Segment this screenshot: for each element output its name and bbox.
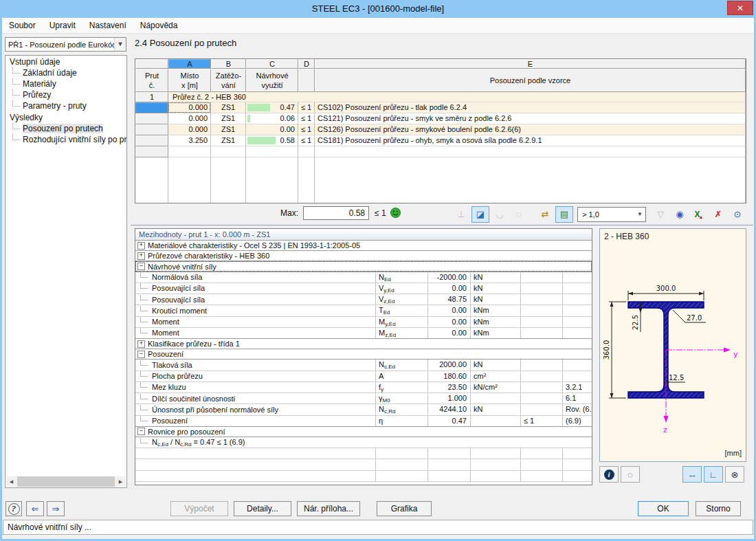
details-button[interactable]: Detaily... [234,501,291,516]
detail-group-klasifikace-prurezu-trida-1[interactable]: +Klasifikace průřezu - třída 1 [135,338,592,349]
relation-scales-icon[interactable]: ⇄ [536,206,554,223]
expand-icon[interactable]: + [137,242,145,250]
zoom-reset-button[interactable]: ⊗ [725,466,744,483]
ratio-value: 0.58 [280,136,295,144]
column-letter-d[interactable]: D [298,59,315,69]
next-module-button[interactable]: ⇒ [47,501,65,516]
cell-location[interactable]: 0.000 [168,124,211,135]
header-loading[interactable]: Zatěžo-vání [211,69,246,92]
help-button[interactable]: ? [5,501,22,516]
collapse-icon[interactable]: − [137,351,145,358]
result-row[interactable]: 3.250ZS10.58≤ 1CS181) Posouzení průřezu … [135,135,746,146]
status-bar: Návrhové vnitřní síly ... [3,520,753,535]
row-selector[interactable] [135,113,168,124]
graphic-button[interactable]: Grafika [377,501,432,516]
header-location[interactable]: Místox [m] [168,69,211,92]
cell-formula[interactable]: CS121) Posouzení průřezu - smyk ve směru… [315,113,746,124]
menu-soubor[interactable]: Soubor [2,19,43,33]
sidebar-item-materialy[interactable]: Materiály [12,78,126,89]
sidebar-item-prurezy[interactable]: Průřezy [12,89,126,100]
scroll-left-icon[interactable]: ◀ [6,476,16,487]
cell-design-ratio[interactable]: 0.06 [246,113,298,124]
excel-export-icon[interactable]: X▲ [690,206,708,223]
navigator-h-scrollbar[interactable]: ◀ ▶ [6,476,126,487]
cell-design-ratio[interactable]: 0.58 [246,135,298,146]
result-row[interactable]: 0.000ZS10.47≤ 1CS102) Posouzení průřezu … [135,102,746,113]
corner-header-cell[interactable] [135,59,168,69]
design-case-dropdown[interactable]: PŘ1 - Posouzení podle Eurokódu ▼ [5,37,126,52]
header-formula[interactable]: Posouzení podle vzorce [315,69,746,92]
deselect-icon[interactable]: ✗ [709,206,727,223]
sidebar-item-rozhodujici-vnitrni-sily-po-prute[interactable]: Rozhodující vnitřní síly po prute [12,134,126,145]
chevron-down-icon[interactable]: ▼ [114,38,126,51]
previous-module-button[interactable]: ⇐ [26,501,44,516]
visibility-icon[interactable]: ⊙ [729,206,746,223]
dimensions-toggle-button[interactable]: ↔ [682,466,702,483]
header-member[interactable]: Prutč. [135,69,168,92]
cell-formula[interactable]: CS126) Posouzení průřezu - smykové boule… [315,124,746,135]
cell-loading[interactable]: ZS1 [211,135,246,146]
collapse-icon[interactable]: − [137,428,145,435]
detail-group-navrhove-vnitrni-sily[interactable]: −Návrhové vnitřní síly [135,261,592,272]
cell-formula[interactable]: CS181) Posouzení průřezu - ohyb, smyk a … [315,135,746,146]
section-group-row[interactable]: 1Průřez č. 2 - HEB 360 [135,92,746,102]
result-row[interactable]: 0.000ZS10.06≤ 1CS121) Posouzení průřezu … [135,113,746,124]
national-annex-button[interactable]: Nár. příloha... [297,501,360,516]
column-letter-c[interactable]: C [246,59,298,69]
detail-group-posouzeni[interactable]: −Posouzení [135,349,592,360]
chevron-down-icon[interactable]: ▼ [634,211,645,217]
pane-splitter[interactable] [131,225,753,225]
collapse-icon[interactable]: − [137,263,145,270]
expand-icon[interactable]: + [137,252,145,260]
scroll-right-icon[interactable]: ▶ [115,476,126,487]
ok-button[interactable]: OK [638,501,689,516]
detail-group-rovnice-pro-posouzeni[interactable]: −Rovnice pro posouzení [135,426,592,437]
menu-napoveda[interactable]: Nápověda [133,19,185,33]
sidebar-item-posouzeni-po-prutech[interactable]: Posouzení po prutech [12,123,126,134]
detail-reference [563,305,592,316]
render-transparency-button[interactable]: ◌ [621,466,640,483]
cell-location[interactable]: 3.250 [168,135,211,146]
sidebar-item-parametry-pruty[interactable]: Parametry - pruty [12,100,126,111]
member-number-cell[interactable]: 1 [135,92,168,102]
result-diagram-icon[interactable]: ◪ [471,206,489,223]
cell-loading[interactable]: ZS1 [211,124,246,135]
cell-location[interactable]: 0.000 [168,113,211,124]
display-properties-icon[interactable]: ◉ [671,206,689,223]
cell-location[interactable]: 0.000 [168,102,211,113]
cell-design-ratio[interactable]: 0.47 [246,102,298,113]
column-letter-e[interactable]: E [315,59,746,69]
result-row[interactable]: 0.000ZS10.00≤ 1CS126) Posouzení průřezu … [135,124,746,135]
header-blank[interactable] [298,69,315,92]
result-smooth-icon[interactable]: ◡ [491,206,509,223]
close-button[interactable]: ✕ [727,1,753,15]
menu-nastaveni[interactable]: Nastavení [82,19,133,33]
colored-scale-icon[interactable]: ▤ [555,206,573,223]
menu-upravit[interactable]: Upravit [43,19,82,33]
result-jump-icon[interactable]: ⊥ [452,206,470,223]
sidebar-item-zakladni-udaje[interactable]: Základní údaje [12,67,126,78]
scrollbar-thumb[interactable] [17,476,115,487]
row-selector[interactable] [135,102,168,113]
column-letter-b[interactable]: B [211,59,246,69]
cell-loading[interactable]: ZS1 [211,102,246,113]
row-selector[interactable] [135,124,168,135]
cell-loading[interactable]: ZS1 [211,113,246,124]
tree-group-vysledky[interactable]: Výsledky [5,111,126,123]
result-transparency-icon[interactable]: ◌ [510,206,528,223]
row-selector[interactable] [135,135,168,146]
detail-group-prurezove-charakteristiky-heb-360[interactable]: +Průřezové charakteristiky - HEB 360 [135,250,592,261]
detail-group-materialove-charakteristiky-ocel-s-235-en-1993-1-1-2005-05[interactable]: +Materiálové charakteristiky - Ocel S 23… [135,240,592,251]
result-ok-smiley-icon [390,208,401,220]
tree-group-vstupni-udaje[interactable]: Vstupní údaje [5,56,126,67]
header-ratio[interactable]: Návrhovévyužití [246,69,298,92]
cell-design-ratio[interactable]: 0.00 [246,124,298,135]
cancel-button[interactable]: Storno [696,501,741,516]
filter-icon[interactable]: ▽ [652,206,669,223]
cell-formula[interactable]: CS102) Posouzení průřezu - tlak podle 6.… [315,102,746,113]
axes-toggle-button[interactable]: ∟ [704,466,723,483]
info-button[interactable]: i [599,466,619,483]
expand-icon[interactable]: + [137,340,145,348]
column-letter-a[interactable]: A [168,59,211,69]
filter-dropdown[interactable]: > 1,0 ▼ [577,207,646,222]
